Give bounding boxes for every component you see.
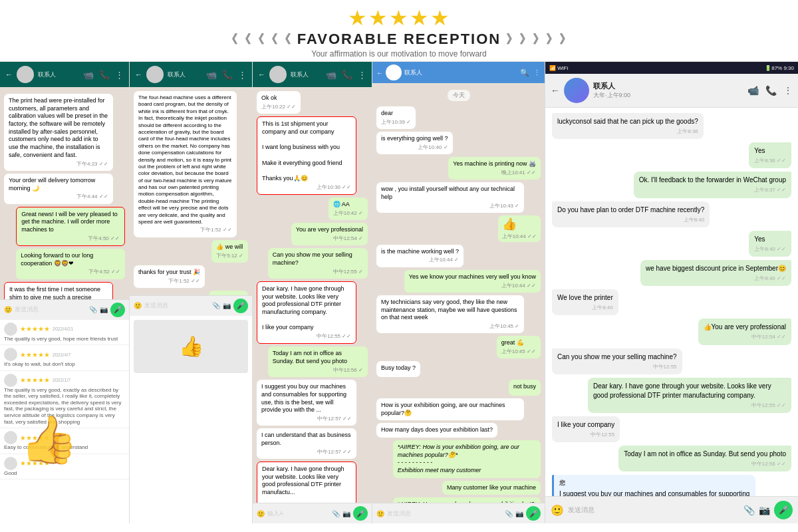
msg-text: Yes we know your machines very well you …	[409, 273, 536, 280]
msg-text: 🌐 AA	[333, 201, 350, 207]
phone-icon[interactable]: 📞	[342, 70, 352, 80]
left-chat-input: 🙂 发送消息 📎 📷 🎤	[0, 299, 129, 320]
back-icon[interactable]: ←	[376, 69, 383, 76]
input-placeholder[interactable]: 输入A	[267, 509, 329, 518]
video-icon[interactable]: 📹	[83, 70, 94, 80]
center-panel: ← 联系人 🔍 ⋮ 今天 dear 上午10:39 ✓ is everythin…	[372, 62, 545, 523]
msg-bubble-highlight: It was the first time I met someone shim…	[4, 282, 113, 299]
msg-bubble-highlight: This is 1st shipment your company and ou…	[257, 116, 356, 195]
video-icon[interactable]: 📹	[206, 70, 217, 80]
msg-text: thanks for your trust 🎉	[138, 269, 200, 275]
back-icon[interactable]: ←	[258, 70, 265, 78]
attach-icon[interactable]: 📎	[89, 306, 97, 313]
mid-right-panel: ← 联系人 📹 📞 ⋮ Ok ok 上午10:22 ✓✓ This is 1st…	[253, 62, 372, 523]
back-icon[interactable]: ←	[135, 70, 142, 78]
input-placeholder[interactable]: 发送消息	[144, 301, 209, 310]
menu-icon[interactable]: ⋮	[533, 68, 541, 77]
camera-icon[interactable]: 📷	[759, 505, 770, 515]
msg-time: 中午12:54 ✓✓	[704, 333, 786, 340]
attach-icon[interactable]: 📎	[505, 510, 513, 517]
input-placeholder[interactable]: 发送消息	[15, 305, 86, 314]
camera-icon[interactable]: 📷	[515, 510, 523, 517]
msg-bubble-highlight: Dear kary. I have gone through your webs…	[257, 281, 356, 344]
video-icon[interactable]: 📹	[326, 70, 336, 80]
center-chat-header: ← 联系人 🔍 ⋮	[372, 62, 545, 83]
msg-text: Can you show me your selling machine?	[273, 251, 352, 266]
header-icons: 📹 📞 ⋮	[326, 70, 366, 80]
review-item: ★★★★★ Easy to communicate & understand	[0, 428, 129, 454]
emoji-icon[interactable]: 🙂	[257, 510, 265, 517]
msg-time: 中午12:55 ✓✓	[262, 333, 351, 340]
send-button[interactable]: 🎤	[774, 501, 793, 519]
status-bar: 📶 WiFi 🔋87% 9:30	[545, 62, 798, 74]
emoji-icon[interactable]: 🙂	[376, 510, 384, 517]
msg-text: Do you have plan to order DTF machine re…	[557, 206, 704, 213]
input-placeholder[interactable]: 发送消息	[568, 505, 739, 515]
left-panel: ← 联系人 📹 📞 ⋮ 🖼 下午4:22 The print head were…	[0, 62, 130, 523]
msg-text: It was the first time I met someone shim…	[9, 286, 100, 299]
back-icon[interactable]: ←	[5, 70, 13, 78]
msg-time: 下午4:23 ✓✓	[9, 161, 108, 168]
review-date: 2022/1/7	[53, 378, 70, 382]
star-rating: ★★★★★	[0, 5, 798, 31]
msg-bubble: Today I am not in office as Sunday. But …	[268, 346, 368, 377]
phone-icon[interactable]: 📞	[765, 85, 777, 96]
attach-icon[interactable]: 📎	[212, 302, 220, 309]
phone-icon[interactable]: 📞	[99, 70, 110, 80]
mid-left-input: 🙂 发送消息 📎 📷 🎤	[130, 295, 252, 316]
review-text: The quality is very good, exactly as des…	[4, 387, 125, 426]
send-button[interactable]: 🎤	[526, 506, 541, 521]
msg-text: My technicians say very good, they like …	[381, 299, 517, 321]
camera-icon[interactable]: 📷	[100, 306, 108, 313]
msg-bubble: Can you show me your selling machine? 中午…	[552, 348, 682, 374]
menu-icon[interactable]: ⋮	[358, 70, 366, 80]
msg-time: 中午12:55 ✓✓	[593, 402, 786, 409]
camera-icon[interactable]: 📷	[342, 510, 350, 517]
msg-bubble: You are very professional 中午12:54 ✓	[291, 223, 368, 245]
msg-text: How many days does your exhibition last?	[381, 426, 493, 433]
msg-text: The four-head machine uses a different b…	[138, 94, 232, 225]
emoji-icon[interactable]: 🙂	[551, 504, 564, 517]
center-input: 🙂 发送消息 📎 📷 🎤	[372, 503, 545, 523]
msg-bubble: 🌐 AA 上午10:42 ✓	[329, 198, 368, 220]
msg-text: *AIIREY: How many days does your exhibit…	[398, 501, 535, 503]
msg-bubble: Yes 上午8:40 ✓✓	[749, 231, 791, 257]
msg-time: 上午8:37 ✓✓	[639, 186, 786, 194]
review-text: Easy to communicate & understand	[4, 444, 125, 451]
msg-text: we have biggest discount price in Septem…	[646, 265, 786, 272]
phone-icon[interactable]: 📞	[222, 70, 233, 80]
msg-time: 下午4:50 ✓✓	[21, 235, 120, 242]
emoji-icon[interactable]: 🙂	[134, 302, 142, 309]
search-icon[interactable]: 🔍	[520, 68, 529, 77]
emoji-icon[interactable]: 🙂	[4, 306, 12, 313]
subtitle: Your affirmation is our motivation to mo…	[0, 49, 798, 59]
camera-icon[interactable]: 📷	[223, 302, 231, 309]
main-grid: ← 联系人 📹 📞 ⋮ 🖼 下午4:22 The print head were…	[0, 61, 798, 523]
send-button[interactable]: 🎤	[353, 506, 368, 521]
msg-bubble: 👍 上午10:44 ✓✓	[498, 215, 541, 242]
msg-bubble: Looking forward to our long cooperation …	[16, 249, 125, 279]
attach-icon[interactable]: 📎	[332, 510, 340, 517]
msg-text: Dear kary. I have gone through your webs…	[262, 285, 344, 331]
review-date: 2022/4/21	[53, 327, 73, 331]
header-icons: 📹 📞 ⋮	[206, 70, 247, 80]
send-button[interactable]: 🎤	[110, 303, 125, 317]
msg-bubble: Your order will delivery tomorrow mornin…	[4, 174, 113, 204]
input-placeholder[interactable]: 发送消息	[387, 509, 502, 518]
menu-icon[interactable]: ⋮	[783, 85, 793, 96]
msg-time: 中午12:54 ✓	[296, 235, 363, 242]
msg-time: 上午10:40 ✓	[381, 144, 448, 151]
menu-icon[interactable]: ⋮	[238, 70, 247, 80]
menu-icon[interactable]: ⋮	[115, 70, 124, 80]
send-button[interactable]: 🎤	[233, 299, 248, 313]
msg-text: luckyconsol said that he can pick up the…	[557, 118, 698, 125]
back-icon[interactable]: ←	[551, 85, 560, 96]
msg-time: 上午10:43 ✓	[381, 203, 519, 209]
attach-icon[interactable]: 📎	[743, 505, 755, 515]
avatar	[17, 66, 34, 83]
right-arrows: 》》》》》	[506, 31, 573, 47]
msg-time: 下午1:52 ✓✓	[138, 227, 232, 233]
msg-bubble-highlight: Dear kary. I have gone through your webs…	[257, 462, 356, 503]
msg-text: wow , you install yourself without any o…	[381, 186, 515, 200]
video-icon[interactable]: 📹	[747, 85, 759, 96]
